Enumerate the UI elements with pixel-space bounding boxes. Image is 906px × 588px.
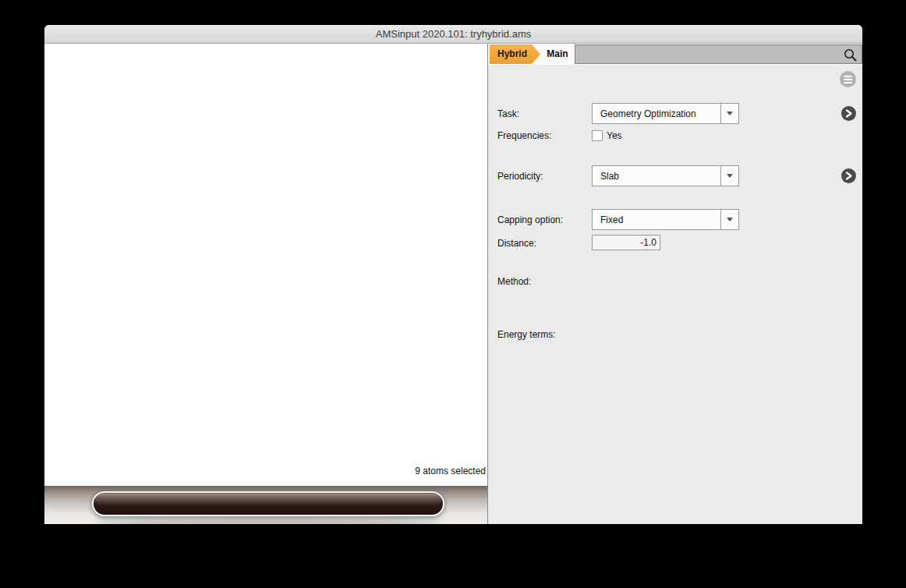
region-tabbar <box>488 508 862 524</box>
frequencies-checkbox[interactable] <box>592 130 603 141</box>
zoom-button[interactable] <box>83 29 93 39</box>
method-label: Method: <box>497 276 531 287</box>
window-titlebar[interactable]: AMSinput 2020.101: tryhybrid.ams <box>44 25 862 44</box>
panel-body: Task: Geometry Optimization Frequencies:… <box>488 65 862 508</box>
task-label: Task: <box>497 108 519 119</box>
search-icon[interactable] <box>844 48 857 62</box>
page-tab-hybrid[interactable]: Hybrid <box>490 44 540 64</box>
frequencies-option-label: Yes <box>607 130 622 141</box>
molecule-structure[interactable] <box>44 44 487 486</box>
tab-strip <box>575 44 862 64</box>
toolbar-reflection <box>94 519 443 524</box>
distance-input[interactable]: -1.0 <box>592 235 660 250</box>
task-value: Geometry Optimization <box>593 108 720 119</box>
dropdown-arrow-icon <box>720 104 738 123</box>
capping-value: Fixed <box>593 214 720 225</box>
dropdown-arrow-icon <box>720 166 738 186</box>
capping-option-label: Capping option: <box>497 214 563 225</box>
periodicity-value: Slab <box>593 171 720 182</box>
toolbar-dock <box>44 486 487 524</box>
periodicity-dropdown[interactable]: Slab <box>592 165 739 186</box>
dropdown-arrow-icon <box>720 210 738 229</box>
periodicity-detail-button[interactable] <box>841 168 856 183</box>
panel-menu-button[interactable] <box>840 71 856 87</box>
molecule-viewport[interactable]: 9 atoms selected <box>44 44 487 524</box>
minimize-button[interactable] <box>66 29 76 39</box>
selection-status: 9 atoms selected <box>415 466 486 476</box>
panel-tabbar: Hybrid Main <box>488 44 862 65</box>
window-title: AMSinput 2020.101: tryhybrid.ams <box>376 28 531 40</box>
periodicity-label: Periodicity: <box>497 171 543 182</box>
frequencies-label: Frequencies: <box>497 130 551 141</box>
close-button[interactable] <box>50 29 60 39</box>
capping-dropdown[interactable]: Fixed <box>592 209 739 230</box>
tab-main[interactable]: Main <box>541 44 574 64</box>
atom-toolbar <box>92 491 444 516</box>
energy-terms-label: Energy terms: <box>497 329 556 340</box>
distance-label: Distance: <box>497 238 536 249</box>
input-panel: Hybrid Main Task: Geometry Optimization <box>487 44 862 524</box>
task-dropdown[interactable]: Geometry Optimization <box>592 103 739 124</box>
task-detail-button[interactable] <box>841 106 856 121</box>
amsinput-window: AMSinput 2020.101: tryhybrid.ams 9 atoms… <box>44 25 862 524</box>
